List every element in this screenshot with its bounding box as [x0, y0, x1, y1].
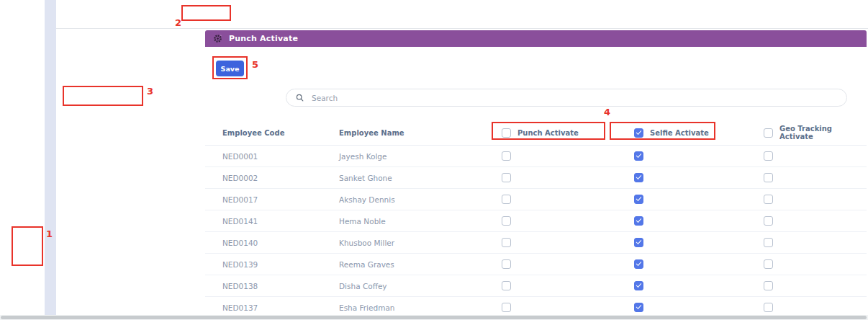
- submenu-item[interactable]: [67, 35, 205, 51]
- module-tab[interactable]: [71, 0, 76, 28]
- table-header-row: Employee Code Employee Name Punch Activa…: [205, 120, 867, 146]
- punch-activate-panel: Punch Activate Save Employee Code Employ…: [205, 30, 867, 315]
- geo-tracking-activate-checkbox[interactable]: [764, 259, 773, 269]
- employee-code-cell: NED0001: [222, 152, 339, 161]
- employee-name-cell: Sanket Ghone: [339, 174, 502, 182]
- panel-title: Punch Activate: [229, 34, 298, 43]
- selfie-activate-checkbox[interactable]: [634, 151, 643, 161]
- punch-activate-checkbox[interactable]: [502, 281, 511, 290]
- employee-code-cell: NED0017: [222, 195, 339, 204]
- save-button[interactable]: Save: [216, 61, 244, 76]
- employee-name-cell: Reema Graves: [339, 260, 502, 269]
- geo-tracking-activate-checkbox[interactable]: [764, 238, 773, 247]
- punch-activate-header-checkbox[interactable]: [502, 128, 511, 138]
- punch-activate-checkbox[interactable]: [502, 216, 511, 226]
- sidebar-item[interactable]: [0, 3, 45, 22]
- selfie-activate-checkbox[interactable]: [634, 173, 643, 182]
- employee-code-cell: NED0140: [222, 239, 339, 247]
- employee-name-cell: Disha Coffey: [339, 282, 502, 290]
- employee-name-cell: Jayesh Kolge: [339, 152, 502, 161]
- geo-tracking-activate-checkbox[interactable]: [764, 303, 773, 312]
- column-header-geo-tracking-activate: Geo Tracking Activate: [779, 125, 867, 141]
- employee-code-cell: NED0139: [222, 260, 339, 269]
- employee-code-cell: NED0138: [222, 282, 339, 290]
- panel-header: Punch Activate: [205, 30, 867, 47]
- leave-submenu: [56, 30, 205, 315]
- horizontal-scrollbar-thumb[interactable]: [1, 316, 867, 319]
- employee-table: Employee Code Employee Name Punch Activa…: [205, 120, 867, 319]
- Akshay Dennis: NED0017 Akshay Dennis: [205, 189, 867, 210]
- geo-tracking-activate-checkbox[interactable]: [764, 281, 773, 290]
- column-header-employee-name: Employee Name: [339, 129, 502, 137]
- selfie-activate-checkbox[interactable]: [634, 238, 643, 247]
- employee-name-cell: Esha Friedman: [339, 303, 502, 312]
- punch-activate-checkbox[interactable]: [502, 259, 511, 269]
- Sanket Ghone: NED0002 Sanket Ghone: [205, 167, 867, 189]
- column-header-selfie-activate: Selfie Activate: [650, 129, 709, 137]
- employee-code-cell: NED0137: [222, 303, 339, 312]
- punch-activate-checkbox[interactable]: [502, 151, 511, 161]
- search-icon: [295, 93, 304, 102]
- table-body: NED0001 Jayesh Kolge NED0002 Sanket Ghon…: [205, 146, 867, 319]
- Khusboo Miller: NED0140 Khusboo Miller: [205, 232, 867, 254]
- selfie-activate-checkbox[interactable]: [634, 216, 643, 226]
- Reema Graves: NED0139 Reema Graves: [205, 254, 867, 275]
- gear-icon: [212, 33, 223, 44]
- column-header-employee-code: Employee Code: [222, 129, 339, 137]
- punch-activate-checkbox[interactable]: [502, 195, 511, 204]
- punch-activate-checkbox[interactable]: [502, 173, 511, 182]
- main-sidebar: [0, 0, 45, 318]
- punch-activate-checkbox[interactable]: [502, 303, 511, 312]
- search-input[interactable]: [310, 93, 846, 103]
- geo-tracking-activate-checkbox[interactable]: [764, 195, 773, 204]
- employee-code-cell: NED0141: [222, 217, 339, 226]
- search-box: [286, 89, 847, 107]
- employee-code-cell: NED0002: [222, 174, 339, 182]
- employee-name-cell: Akshay Dennis: [339, 195, 502, 204]
- geo-tracking-activate-checkbox[interactable]: [764, 216, 773, 226]
- sidebar-divider-strip: [45, 0, 56, 315]
- geo-tracking-activate-checkbox[interactable]: [764, 151, 773, 161]
- selfie-activate-checkbox[interactable]: [634, 195, 643, 204]
- module-tabs: [56, 0, 868, 29]
- selfie-activate-checkbox[interactable]: [634, 281, 643, 290]
- selfie-activate-checkbox[interactable]: [634, 303, 643, 312]
- geo-tracking-activate-checkbox[interactable]: [764, 173, 773, 182]
- employee-name-cell: Hema Noble: [339, 217, 502, 226]
- employee-name-cell: Khusboo Miller: [339, 239, 502, 247]
- Disha Coffey: NED0138 Disha Coffey: [205, 275, 867, 297]
- horizontal-scrollbar[interactable]: [0, 315, 868, 320]
- geo-tracking-activate-header-checkbox[interactable]: [764, 128, 773, 138]
- column-header-punch-activate: Punch Activate: [517, 129, 579, 137]
- Jayesh Kolge: NED0001 Jayesh Kolge: [205, 146, 867, 167]
- Hema Noble: NED0141 Hema Noble: [205, 210, 867, 232]
- selfie-activate-header-checkbox[interactable]: [634, 128, 643, 138]
- selfie-activate-checkbox[interactable]: [634, 259, 643, 269]
- punch-activate-checkbox[interactable]: [502, 238, 511, 247]
